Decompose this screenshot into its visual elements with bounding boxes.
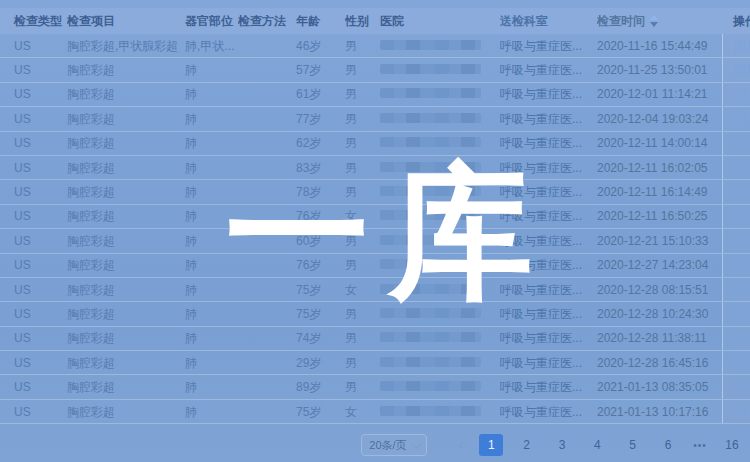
view-image-link[interactable]: 阅片 <box>734 162 750 174</box>
view-image-link[interactable]: 阅片 <box>734 259 750 271</box>
cell-department: 呼吸与重症医... <box>500 381 597 393</box>
cell-age: 75岁 <box>296 308 345 320</box>
cell-exam-time: 2020-12-11 16:14:49 <box>597 186 722 198</box>
cell-exam-item: 胸腔彩超 <box>67 381 185 393</box>
cell-gender: 男 <box>345 137 380 149</box>
view-image-link[interactable]: 阅片 <box>734 113 750 125</box>
sort-asc-icon[interactable] <box>650 15 658 20</box>
cell-organ-part: 肺 <box>185 137 238 149</box>
table-row: US 胸腔彩超 肺 89岁 男 呼吸与重症医... 2021-01-13 08:… <box>0 375 750 399</box>
cell-gender: 男 <box>345 381 380 393</box>
cell-actions: 阅片 <box>722 400 750 423</box>
more-pages-button[interactable]: ••• <box>688 434 712 456</box>
cell-organ-part: 肺 <box>185 113 238 125</box>
cell-department: 呼吸与重症医... <box>500 162 597 174</box>
cell-hospital <box>380 162 500 174</box>
cell-gender: 男 <box>345 259 380 271</box>
cell-hospital <box>380 137 500 149</box>
exam-list-screen: 检查类型 检查项目 器官部位 检查方法 年龄 性别 医院 送检科室 检查时间 操… <box>0 0 750 462</box>
cell-actions: 阅片 <box>722 375 750 398</box>
cell-actions: 阅片 <box>722 156 750 179</box>
table-row: US 胸腔彩超 肺 78岁 男 呼吸与重症医... 2020-12-11 16:… <box>0 180 750 204</box>
cell-age: 77岁 <box>296 113 345 125</box>
table-header: 检查类型 检查项目 器官部位 检查方法 年龄 性别 医院 送检科室 检查时间 操… <box>0 8 750 34</box>
cell-exam-type: US <box>0 284 67 296</box>
cell-actions: 阅片 <box>722 351 750 374</box>
cell-gender: 男 <box>345 186 380 198</box>
column-header-hospital: 医院 <box>380 15 500 27</box>
redacted-hospital-bar <box>380 381 481 391</box>
view-image-link[interactable]: 阅片 <box>734 308 750 320</box>
column-header-age: 年龄 <box>296 15 345 27</box>
prev-page-button[interactable]: ‹ <box>449 434 473 456</box>
exam-time-header-label: 检查时间 <box>597 15 645 28</box>
cell-gender: 男 <box>345 40 380 52</box>
cell-age: 62岁 <box>296 137 345 149</box>
cell-organ-part: 肺 <box>185 357 238 369</box>
cell-exam-item: 胸腔彩超 <box>67 186 185 198</box>
page-button-last[interactable]: 16 <box>720 434 744 456</box>
view-image-link[interactable]: 阅片 <box>734 137 750 149</box>
view-image-link[interactable]: 阅片 <box>734 357 750 369</box>
cell-gender: 男 <box>345 88 380 100</box>
cell-department: 呼吸与重症医... <box>500 40 597 52</box>
cell-hospital <box>380 210 500 222</box>
view-image-link[interactable]: 阅片 <box>734 64 750 76</box>
view-image-link[interactable]: 阅片 <box>734 406 750 418</box>
view-image-link[interactable]: 阅片 <box>734 381 750 393</box>
redacted-hospital-bar <box>380 332 481 342</box>
cell-exam-type: US <box>0 210 67 222</box>
page-size-select[interactable]: 20条/页 <box>361 434 427 456</box>
column-header-gender: 性别 <box>345 15 380 27</box>
view-image-link[interactable]: 阅片 <box>734 88 750 100</box>
redacted-hospital-bar <box>380 137 481 147</box>
cell-exam-item: 胸腔彩超 <box>67 113 185 125</box>
cell-actions: 阅片 <box>722 107 750 130</box>
sort-desc-icon[interactable] <box>650 22 658 27</box>
view-image-link[interactable]: 阅片 <box>734 235 750 247</box>
cell-department: 呼吸与重症医... <box>500 259 597 271</box>
view-image-link[interactable]: 阅片 <box>734 210 750 222</box>
cell-age: 76岁 <box>296 210 345 222</box>
page-button[interactable]: 4 <box>585 434 609 456</box>
cell-exam-type: US <box>0 88 67 100</box>
page-button[interactable]: 1 <box>479 434 503 456</box>
cell-exam-time: 2020-11-25 13:50:01 <box>597 64 722 76</box>
cell-actions: 阅片 <box>722 229 750 252</box>
cell-gender: 男 <box>345 308 380 320</box>
cell-gender: 男 <box>345 113 380 125</box>
cell-exam-type: US <box>0 137 67 149</box>
cell-actions: 阅片 <box>722 132 750 155</box>
page-button[interactable]: 6 <box>656 434 680 456</box>
cell-hospital <box>380 381 500 393</box>
page-button[interactable]: 3 <box>550 434 574 456</box>
page-button[interactable]: 5 <box>621 434 645 456</box>
view-image-link[interactable]: 阅片 <box>734 186 750 198</box>
cell-exam-time: 2020-12-11 14:00:14 <box>597 137 722 149</box>
cell-actions: 阅片 <box>722 205 750 228</box>
cell-organ-part: 肺 <box>185 186 238 198</box>
cell-age: 76岁 <box>296 259 345 271</box>
cell-department: 呼吸与重症医... <box>500 113 597 125</box>
cell-department: 呼吸与重症医... <box>500 357 597 369</box>
table-row: US 胸腔彩超 肺 75岁 女 呼吸与重症医... 2020-12-28 08:… <box>0 278 750 302</box>
cell-gender: 男 <box>345 235 380 247</box>
table-row: US 胸腔彩超 肺 75岁 女 呼吸与重症医... 2021-01-13 10:… <box>0 400 750 424</box>
cell-actions: 阅片 <box>722 83 750 106</box>
cell-exam-type: US <box>0 186 67 198</box>
view-image-link[interactable]: 阅片 <box>734 332 750 344</box>
view-image-link[interactable]: 阅片 <box>734 40 750 52</box>
cell-actions: 阅片 <box>722 302 750 325</box>
cell-age: 74岁 <box>296 332 345 344</box>
view-image-link[interactable]: 阅片 <box>734 284 750 296</box>
column-header-exam-time[interactable]: 检查时间 <box>597 15 722 28</box>
table-row: US 胸腔彩超 肺 74岁 男 呼吸与重症医... 2020-12-28 11:… <box>0 327 750 351</box>
page-button[interactable]: 2 <box>515 434 539 456</box>
cell-gender: 女 <box>345 406 380 418</box>
cell-exam-item: 胸腔彩超 <box>67 88 185 100</box>
cell-organ-part: 肺,甲状... <box>185 40 238 52</box>
cell-actions: 阅片 <box>722 327 750 350</box>
cell-department: 呼吸与重症医... <box>500 284 597 296</box>
cell-department: 呼吸与重症医... <box>500 137 597 149</box>
cell-department: 呼吸与重症医... <box>500 210 597 222</box>
